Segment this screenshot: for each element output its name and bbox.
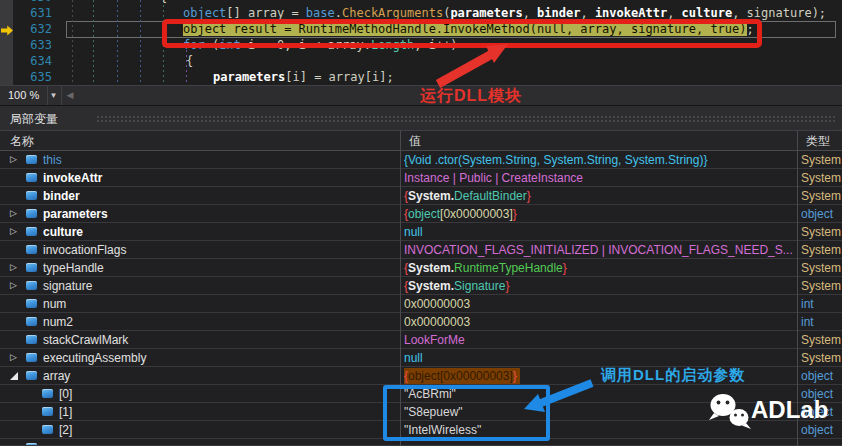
locals-panel-title: 局部变量 — [10, 111, 58, 128]
value-segment: } — [527, 189, 531, 203]
code-segment: . — [335, 6, 342, 20]
locals-row-typeHandle[interactable]: ▷typeHandle{System.RuntimeTypeHandle}Sys… — [0, 259, 842, 277]
value-segment: null — [404, 225, 423, 239]
column-header-type[interactable]: 类型 — [806, 133, 830, 150]
code-segment: object — [183, 6, 226, 20]
variable-value[interactable]: {System.DefaultBinder} — [404, 188, 794, 204]
zoom-level[interactable]: 100 % — [0, 86, 48, 105]
variable-type: System — [801, 260, 842, 276]
code-segment: , — [580, 6, 594, 20]
line-number[interactable]: 631 — [14, 5, 52, 21]
variable-name: invocationFlags — [43, 242, 126, 258]
expander-icon[interactable]: ▷ — [10, 352, 20, 363]
locals-row-signature[interactable]: ▷signature{System.Signature}System — [0, 277, 842, 295]
variable-value[interactable]: {Void .ctor(System.String, System.String… — [404, 152, 794, 168]
value-segment: System. — [408, 279, 454, 293]
value-segment: } — [513, 207, 517, 221]
expander-icon[interactable] — [10, 372, 18, 380]
code-line-635[interactable]: 635parameters[i] = array[i]; — [0, 69, 842, 85]
value-segment: {Void .ctor(System.String, System.String… — [404, 153, 707, 167]
variable-type: object — [801, 368, 842, 384]
locals-titlebar[interactable]: 局部变量 — [0, 106, 842, 131]
locals-row-parameters[interactable]: ▷parameters{object[0x00000003]}object — [0, 205, 842, 223]
code-segment: { — [186, 54, 193, 68]
zoom-dropdown-icon[interactable]: ▼ — [46, 86, 62, 105]
code-editor[interactable]: 630{631object[] array = base.CheckArgume… — [0, 0, 842, 85]
code-segment: , — [523, 6, 537, 20]
code-segment: CheckArguments — [342, 6, 443, 20]
variable-value[interactable]: INVOCATION_FLAGS_INITIALIZED | INVOCATIO… — [404, 242, 794, 258]
locals-row-num2[interactable]: num20x00000003int — [0, 313, 842, 331]
field-icon — [26, 335, 37, 344]
code-segment: culture — [682, 6, 733, 20]
variable-name: parameters — [43, 206, 108, 222]
field-icon — [26, 191, 37, 200]
hscroll-left-arrow-icon[interactable]: ◀ — [64, 86, 76, 105]
variable-type: object — [801, 422, 842, 438]
code-segment: parameters — [213, 70, 285, 84]
code-line-634[interactable]: 634{ — [0, 53, 842, 69]
variable-value[interactable]: null — [404, 350, 794, 366]
value-segment: [0x00000003] — [440, 207, 513, 221]
locals-row-num[interactable]: num0x00000003int — [0, 295, 842, 313]
variable-type: int — [801, 296, 842, 312]
variable-type: System — [801, 350, 842, 366]
column-header-name[interactable]: 名称 — [10, 133, 34, 150]
code-segment: invokeAttr — [595, 6, 667, 20]
locals-row-executingAssembly[interactable]: ▷executingAssemblynullSystem — [0, 349, 842, 367]
variable-value[interactable]: 0x00000003 — [404, 296, 794, 312]
variable-type: System — [801, 332, 842, 348]
variable-type: System — [801, 170, 842, 186]
code-segment: base — [306, 6, 335, 20]
field-icon — [26, 299, 37, 308]
code-text: { — [186, 53, 193, 69]
line-number[interactable]: 633 — [14, 37, 52, 53]
variable-name: num2 — [43, 314, 73, 330]
field-icon — [26, 227, 37, 236]
variable-type: object — [801, 206, 842, 222]
line-number[interactable]: 635 — [14, 69, 52, 85]
variable-type: System — [801, 224, 842, 240]
line-number[interactable]: 634 — [14, 53, 52, 69]
variable-value[interactable]: {object[0x00000003]} — [404, 206, 794, 222]
variable-value[interactable]: Instance | Public | CreateInstance — [404, 170, 794, 186]
expander-icon[interactable]: ▷ — [10, 262, 20, 273]
field-icon — [26, 281, 37, 290]
expander-icon[interactable]: ▷ — [10, 280, 20, 291]
variable-value[interactable]: {object[0x00000003]} — [404, 368, 520, 384]
blue-annotation-box — [383, 385, 550, 441]
column-header-value[interactable]: 值 — [409, 133, 421, 150]
variable-name: num — [43, 296, 66, 312]
line-number[interactable]: 632 — [14, 21, 52, 37]
value-segment: } — [563, 261, 567, 275]
variable-value[interactable]: null — [404, 224, 794, 240]
variable-name: [1] — [59, 404, 72, 420]
value-segment: System. — [408, 189, 454, 203]
expander-icon[interactable]: ▷ — [10, 154, 20, 165]
variable-name: invokeAttr — [43, 170, 102, 186]
field-icon — [26, 317, 37, 326]
field-icon — [26, 353, 37, 362]
expander-icon[interactable]: ▷ — [10, 226, 20, 237]
value-segment: DefaultBinder — [454, 189, 527, 203]
value-segment: } — [505, 279, 509, 293]
variable-name: culture — [43, 224, 83, 240]
variable-value[interactable]: 0x00000003 — [404, 314, 794, 330]
locals-row-culture[interactable]: ▷culturenullSystem — [0, 223, 842, 241]
field-icon — [26, 245, 37, 254]
code-segment: , signature); — [732, 6, 826, 20]
locals-row-stackCrawlMark[interactable]: stackCrawlMarkLookForMeSystem — [0, 331, 842, 349]
field-icon — [42, 425, 53, 434]
locals-row-this[interactable]: ▷this{Void .ctor(System.String, System.S… — [0, 151, 842, 169]
variable-name: array — [43, 368, 70, 384]
variable-value[interactable]: LookForMe — [404, 332, 794, 348]
value-segment: RuntimeTypeHandle — [454, 261, 563, 275]
locals-row-invokeAttr[interactable]: invokeAttrInstance | Public | CreateInst… — [0, 169, 842, 187]
expander-icon[interactable]: ▷ — [10, 208, 20, 219]
variable-value[interactable]: {System.Signature} — [404, 278, 794, 294]
variable-value[interactable]: {System.RuntimeTypeHandle} — [404, 260, 794, 276]
locals-row-binder[interactable]: binder{System.DefaultBinder}System — [0, 187, 842, 205]
locals-row-invocationFlags[interactable]: invocationFlagsINVOCATION_FLAGS_INITIALI… — [0, 241, 842, 259]
variable-name: signature — [43, 278, 92, 294]
code-text: parameters[i] = array[i]; — [213, 69, 394, 85]
